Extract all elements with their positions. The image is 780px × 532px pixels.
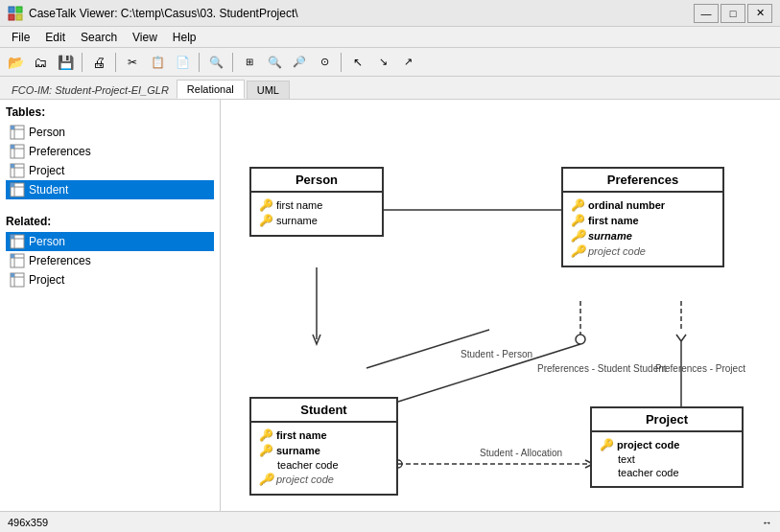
entity-project-field-pc: 🔑 project code: [600, 438, 734, 451]
grid-button[interactable]: ⊞: [238, 51, 261, 74]
sidebar-related-person[interactable]: Person: [6, 232, 214, 251]
entity-project-body: 🔑 project code text teacher code: [592, 432, 742, 486]
label-preferences-project: Preferences - Project: [655, 363, 745, 374]
title-bar: CaseTalk Viewer: C:\temp\Casus\03. Stude…: [0, 0, 780, 27]
entity-preferences: Preferences 🔑 ordinal number 🔑 first nam…: [561, 167, 724, 267]
entity-student: Student 🔑 first name 🔑 surname teacher c…: [249, 397, 398, 496]
entity-student-title: Student: [251, 399, 396, 423]
svg-rect-27: [11, 254, 14, 258]
sidebar-related-project[interactable]: Project: [6, 270, 214, 289]
copy-button[interactable]: 📋: [146, 51, 169, 74]
toolbar-btn-2[interactable]: 🗂: [29, 51, 52, 74]
svg-rect-2: [9, 14, 14, 20]
sidebar-spacer: [6, 199, 214, 215]
entity-person-body: 🔑 first name 🔑 surname: [251, 193, 382, 235]
label-preferences-student: Preferences - Student Student: [537, 363, 667, 374]
sidebar-related-label-project: Project: [29, 273, 64, 287]
svg-rect-1: [16, 7, 22, 12]
table-icon-student: [10, 182, 25, 197]
entity-person-field-surname: 🔑 surname: [259, 214, 374, 227]
key-icon-pref-fn: 🔑: [571, 214, 585, 227]
sidebar-related-preferences[interactable]: Preferences: [6, 251, 214, 270]
related-icon-preferences: [10, 253, 25, 268]
main-content: Tables: Person Pref: [0, 100, 780, 511]
key-icon-student-pc: 🔑: [259, 473, 273, 486]
svg-line-43: [681, 335, 686, 341]
sidebar-item-person[interactable]: Person: [6, 123, 214, 142]
entity-student-field-sn: 🔑 surname: [259, 444, 389, 457]
key-icon-person-fn: 🔑: [259, 198, 273, 212]
window-title: CaseTalk Viewer: C:\temp\Casus\03. Stude…: [29, 7, 688, 20]
sidebar-label-person: Person: [29, 126, 65, 139]
canvas-area[interactable]: Student - Person Preferences - Student S…: [221, 100, 780, 511]
tab-relational[interactable]: Relational: [177, 80, 245, 99]
entity-student-field-tc: teacher code: [259, 459, 389, 471]
menu-file[interactable]: File: [4, 29, 37, 46]
table-icon-project: [10, 163, 25, 178]
find-button[interactable]: 🔍: [204, 51, 227, 74]
toolbar-separator-2: [115, 53, 116, 72]
cut-button[interactable]: ✂: [121, 51, 144, 74]
paste-button[interactable]: 📄: [171, 51, 194, 74]
status-bar: 496x359 ↔: [0, 511, 780, 532]
sidebar: Tables: Person Pref: [0, 100, 221, 511]
table-icon-preferences: [10, 144, 25, 159]
toolbar-separator-4: [232, 53, 233, 72]
zoom-out-button[interactable]: 🔎: [288, 51, 311, 74]
sidebar-item-preferences[interactable]: Preferences: [6, 142, 214, 161]
entity-person: Person 🔑 first name 🔑 surname: [249, 167, 384, 237]
minimize-button[interactable]: —: [694, 4, 719, 23]
zoom-fit-button[interactable]: ⊙: [313, 51, 336, 74]
maximize-button[interactable]: □: [721, 4, 745, 23]
toolbar: 📂 🗂 💾 🖨 ✂ 📋 📄 🔍 ⊞ 🔍 🔎 ⊙ ↖ ↘ ↗: [0, 48, 780, 77]
tables-title: Tables:: [6, 105, 214, 119]
sidebar-item-project[interactable]: Project: [6, 161, 214, 180]
svg-point-39: [576, 335, 585, 344]
entity-project-title: Project: [592, 408, 742, 432]
close-button[interactable]: ✕: [747, 4, 772, 23]
entity-pref-field-ordinal: 🔑 ordinal number: [571, 198, 715, 212]
zoom-in-button[interactable]: 🔍: [263, 51, 286, 74]
tool-btn-1[interactable]: ↘: [371, 51, 394, 74]
key-icon-pref-pc: 🔑: [571, 244, 585, 258]
tab-uml[interactable]: UML: [247, 81, 290, 99]
svg-rect-0: [9, 7, 14, 12]
related-icon-person: [10, 234, 25, 249]
menu-search[interactable]: Search: [73, 29, 125, 46]
related-title: Related:: [6, 215, 214, 228]
menu-help[interactable]: Help: [165, 29, 204, 46]
menu-view[interactable]: View: [125, 29, 165, 46]
entity-project-field-tc: teacher code: [600, 467, 734, 478]
fco-im-label: FCO-IM: Student-Project-EI_GLR: [4, 81, 177, 99]
menu-bar: File Edit Search View Help: [0, 27, 780, 48]
svg-rect-15: [11, 164, 14, 168]
window-controls: — □ ✕: [694, 4, 772, 23]
entity-person-title: Person: [251, 169, 382, 193]
tabs-bar: FCO-IM: Student-Project-EI_GLR Relationa…: [0, 77, 780, 100]
status-dimensions: 496x359: [8, 517, 48, 528]
label-student-allocation: Student - Allocation: [480, 448, 562, 458]
save-button[interactable]: 💾: [54, 51, 77, 74]
sidebar-label-project: Project: [29, 164, 64, 177]
tool-btn-2[interactable]: ↗: [396, 51, 419, 74]
svg-line-42: [676, 335, 681, 341]
open-button[interactable]: 📂: [4, 51, 27, 74]
sidebar-related-label-person: Person: [29, 235, 65, 248]
entity-project-field-text: text: [600, 453, 734, 465]
sidebar-item-student[interactable]: Student: [6, 180, 214, 199]
table-icon-person: [10, 125, 25, 140]
toolbar-separator-5: [341, 53, 342, 72]
label-student-person: Student - Person: [461, 349, 532, 359]
cursor-button[interactable]: ↖: [346, 51, 369, 74]
entity-preferences-body: 🔑 ordinal number 🔑 first name 🔑 surname …: [563, 193, 722, 266]
entity-project: Project 🔑 project code text teacher code: [590, 406, 744, 488]
entity-preferences-title: Preferences: [563, 169, 722, 193]
key-icon-student-fn: 🔑: [259, 428, 273, 442]
app-icon: [8, 6, 23, 21]
menu-edit[interactable]: Edit: [37, 29, 73, 46]
key-icon-pref-sn: 🔑: [571, 229, 585, 243]
entity-student-body: 🔑 first name 🔑 surname teacher code 🔑 pr…: [251, 423, 396, 494]
print-button[interactable]: 🖨: [87, 51, 110, 74]
entity-pref-field-surname: 🔑 surname: [571, 229, 715, 243]
svg-rect-31: [11, 273, 14, 277]
